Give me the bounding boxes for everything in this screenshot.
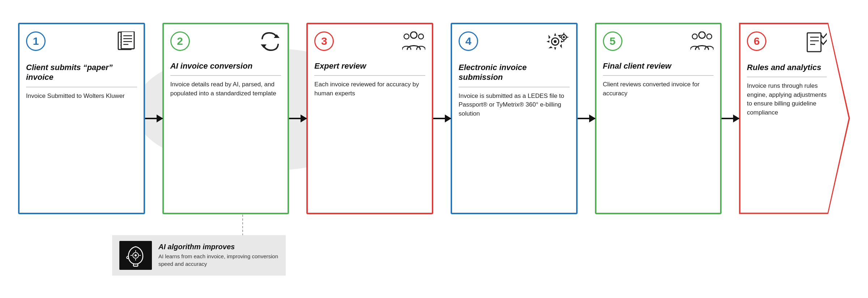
step-1-number: 1 [26, 31, 46, 51]
step-4-desc: Invoice is submitted as a LEDES file to … [459, 92, 570, 118]
svg-point-20 [692, 34, 697, 39]
step-1-desc: Invoice Submitted to Wolters Kluwer [26, 92, 137, 101]
ai-callout-desc: AI learns from each invoice, improving c… [158, 252, 278, 268]
svg-point-18 [563, 36, 565, 38]
step-6-header: 6 [747, 31, 827, 56]
step-4-number: 4 [459, 31, 478, 51]
step-2-desc: Invoice details read by AI, parsed, and … [170, 80, 281, 98]
step-6-divider [747, 77, 827, 77]
svg-point-21 [707, 34, 712, 39]
ai-icon [119, 241, 152, 270]
svg-point-19 [699, 32, 705, 38]
step-3-divider [314, 75, 425, 76]
step-6-title: Rules and analytics [747, 62, 827, 73]
step-3-desc: Each invoice reviewed for accuracy by hu… [314, 80, 425, 98]
step-2-header: 2 [170, 31, 281, 55]
svg-point-16 [554, 40, 557, 43]
step-5-title: Final client review [603, 61, 714, 71]
step-5-number: 5 [603, 31, 622, 51]
step-4-box: 4 [451, 23, 578, 214]
arrow-1-2 [145, 23, 162, 214]
svg-point-13 [404, 34, 409, 39]
ai-callout: AI algorithm improves AI learns from eac… [112, 235, 286, 276]
gears-icon [545, 31, 570, 56]
step-5-desc: Client reviews converted invoice for acc… [603, 80, 714, 98]
people-icon-3 [402, 31, 425, 55]
svg-rect-22 [807, 33, 821, 52]
document-icon [117, 31, 137, 56]
checklist-icon [805, 31, 827, 56]
ai-callout-text: AI algorithm improves AI learns from eac… [158, 243, 278, 268]
step-4-title: Electronic invoice submission [459, 62, 570, 82]
step-6-number: 6 [747, 31, 766, 51]
step-1-divider [26, 87, 137, 87]
step-4-divider [459, 87, 570, 87]
step-5-box: 5 Final client review Client reviews con… [595, 23, 722, 214]
step-6-desc: Invoice runs through rules engine, apply… [747, 82, 827, 117]
step-3-title: Expert review [314, 61, 425, 71]
ai-callout-title: AI algorithm improves [158, 243, 278, 251]
step-3-box: 3 Expert review Each invoice reviewed fo… [306, 23, 433, 214]
arrow-5-6 [722, 23, 739, 214]
step-2-divider [170, 75, 281, 76]
step-1-box: 1 Clie [18, 23, 145, 214]
step-3-header: 3 [314, 31, 425, 55]
diagram-container: 1 Clie [18, 12, 850, 286]
step-2-box: 2 AI invoice conversion Invoice details … [162, 23, 289, 214]
svg-point-12 [410, 32, 417, 38]
step-1-header: 1 [26, 31, 137, 56]
recycle-icon [259, 31, 281, 55]
arrow-3-4 [433, 23, 451, 214]
step-1-title: Client submits “paper” invoice [26, 62, 137, 82]
step-5-divider [603, 75, 714, 76]
step-3-number: 3 [314, 31, 334, 51]
step-4-header: 4 [459, 31, 570, 56]
step-5-header: 5 [603, 31, 714, 55]
steps-row: 1 Clie [18, 23, 850, 214]
arrow-4-5 [578, 23, 595, 214]
step-6-container: 6 Rules and analytics [739, 23, 850, 214]
step-2-title: AI invoice conversion [170, 61, 281, 71]
svg-point-30 [135, 254, 137, 256]
svg-marker-11 [261, 44, 267, 48]
people-icon-5 [690, 31, 714, 55]
svg-rect-5 [121, 31, 134, 49]
step-2-number: 2 [170, 31, 190, 51]
arrow-2-3 [289, 23, 306, 214]
svg-point-14 [418, 34, 424, 39]
step-6-box: 6 Rules and analytics [740, 24, 848, 213]
